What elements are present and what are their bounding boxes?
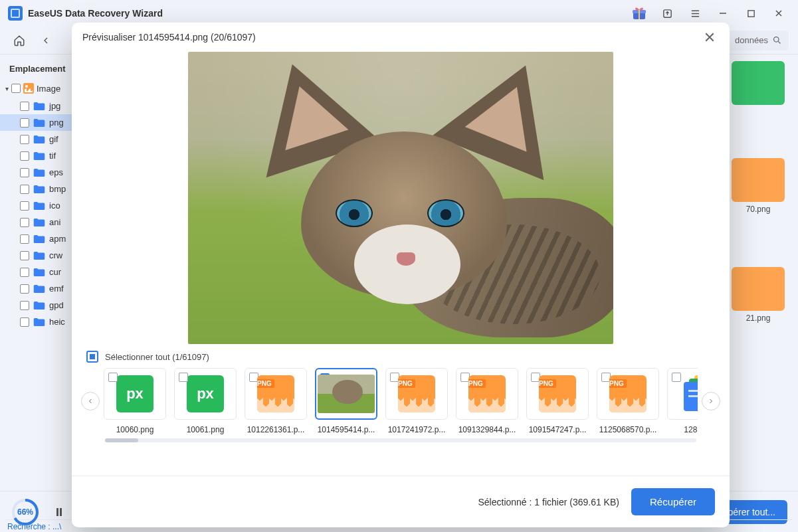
selected-summary: Sélectionné : 1 fichier (369.61 KB) [478,497,619,507]
thumbnail[interactable]: PNG1125068570.p... [597,368,659,434]
px-icon: px [187,375,224,412]
thumbnail[interactable]: px10060.png [104,368,166,434]
select-all-label: Sélectionner tout (1/61097) [105,352,209,362]
strip-next-button[interactable] [702,392,720,410]
close-icon[interactable] [700,28,719,46]
thumb-label: 1017241972.p... [385,425,448,434]
thumb-label: 128.png [667,425,698,434]
strip-prev-button[interactable] [81,392,100,410]
thumb-label: 1091547247.p... [526,425,589,434]
png-icon: PNG [539,375,576,412]
docs-icon [680,375,698,412]
thumb-label: 10061.png [174,425,237,434]
thumbnail[interactable]: px10061.png [174,368,237,434]
png-icon: PNG [398,375,435,412]
thumbnail[interactable]: PNG1091547247.p... [526,368,589,434]
modal-title: Prévisualiser 1014595414.png (20/61097) [82,32,256,43]
png-icon: PNG [609,375,647,412]
preview-modal: Prévisualiser 1014595414.png (20/61097) … [72,23,730,527]
thumb-label: 1091329844.p... [456,425,518,434]
thumbnail[interactable]: PNG1017241972.p... [385,368,448,434]
thumb-label: 10060.png [104,425,166,434]
preview-image-area [84,52,718,344]
thumb-checkbox[interactable] [179,373,188,382]
thumbnail[interactable]: 128.png [667,368,698,434]
png-icon: PNG [468,375,506,412]
thumbnail[interactable]: PNG1012261361.p... [245,368,307,434]
thumb-label: 1012261361.p... [245,425,307,434]
thumb-label: 1014595414.p... [315,425,377,434]
thumb-label: 1125068570.p... [597,425,659,434]
preview-image [188,52,613,344]
thumbnail[interactable]: 1014595414.p... [315,368,377,434]
thumb-checkbox[interactable] [108,373,118,382]
png-icon: PNG [257,375,294,412]
px-icon: px [116,375,153,412]
thumb-scrollbar[interactable] [105,438,696,442]
recover-button[interactable]: Récupérer [631,488,715,515]
cat-thumb-icon [318,375,375,413]
thumbnail[interactable]: PNG1091329844.p... [456,368,518,434]
select-all-checkbox[interactable] [86,351,98,363]
